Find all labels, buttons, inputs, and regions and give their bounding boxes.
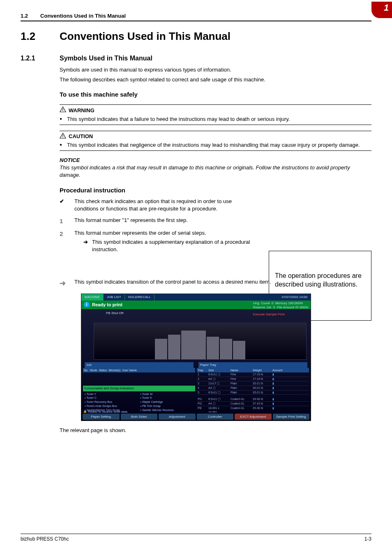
bullet-icon: ● xyxy=(60,141,62,149)
consumable-item: • Staple Cartridge xyxy=(141,400,194,404)
intro-paragraph-2: The following describes each symbol rela… xyxy=(60,76,371,83)
reserve-label: Reserve Job xyxy=(253,305,272,309)
paper-col-weight: Weight xyxy=(253,368,271,372)
consumable-item: • Toner M xyxy=(141,392,194,396)
subsection-number: 1.2.1 xyxy=(21,54,60,63)
paper-col-size: Size xyxy=(208,368,229,372)
caution-text: This symbol indicates that negligence of… xyxy=(67,141,371,149)
orig-count-label: Orig. Count xyxy=(253,301,270,305)
chapter-tab: 1 xyxy=(371,2,392,18)
step-2-sub-text: This symbol indicates a supplementary ex… xyxy=(92,238,251,253)
pi-tray-row: PI2A4 ▢Coated-GL37-43 lb▮ xyxy=(197,402,309,406)
machine-illustration xyxy=(94,323,307,360)
bullet-icon: ● xyxy=(60,116,62,123)
footer-page-number: 1-3 xyxy=(364,536,371,543)
heading-procedural: Procedural instruction xyxy=(60,186,371,194)
paper-table-head: Tray Size Name Weight Amount xyxy=(197,368,309,373)
paper-tray-row: 4A4 ▢Plain20-21 lb▮ xyxy=(197,386,309,391)
memory-value: 100.000% xyxy=(288,301,303,305)
file-label: File Amount xyxy=(277,305,294,309)
paper-tray-row: 2A4 ▢Fine17-19 lb▮ xyxy=(197,377,309,382)
consumable-item: • Toner C xyxy=(85,396,138,400)
consumable-item: • PB Trim Scrap xyxy=(141,404,194,408)
paper-bar: Paper Tray xyxy=(198,362,307,368)
arrow-right-icon: ➔ xyxy=(83,238,88,253)
relevant-page-text: The relevant page is shown. xyxy=(60,427,371,434)
tab-holdrecall: HOLD/RECALL xyxy=(125,294,155,301)
orig-count-value: 0 xyxy=(272,301,273,305)
file-value: 97.000% xyxy=(295,305,308,309)
datetime-label: 07/07/2010 14:00 xyxy=(279,294,311,301)
section-title: Conventions Used in This Manual xyxy=(60,29,231,44)
subsection-heading: 1.2.1 Symbols Used in This Manual xyxy=(21,54,371,63)
memory-label: Memory xyxy=(275,301,287,305)
footer-buttons: Paper Setting Both Sides Adjustment Cont… xyxy=(81,413,311,421)
checkmark-icon: ✔ xyxy=(60,198,67,213)
step-number-2: 2 xyxy=(60,229,67,254)
job-col-user: User Name xyxy=(122,368,136,372)
consumable-item: • Saddle Stitcher Receiver xyxy=(141,408,194,412)
transition-text: This symbol indicates transition of the … xyxy=(74,278,271,286)
svg-text:!: ! xyxy=(62,134,64,138)
illustration-note-text: The operation procedures are described u… xyxy=(275,272,362,288)
btn-sample-print: Sample Print Setting xyxy=(273,414,310,420)
job-col-mode: Mode xyxy=(90,368,97,372)
status-panel: Orig. Count 0 Memory 100.000% Reserve Jo… xyxy=(253,301,308,317)
warning-block: ! WARNING ● This symbol indicates that a… xyxy=(60,104,371,125)
job-bar: Job xyxy=(85,362,194,368)
caution-block: ! CAUTION ● This symbol indicates that n… xyxy=(60,131,371,151)
svg-text:!: ! xyxy=(62,108,64,112)
warning-text: This symbol indicates that a failure to … xyxy=(67,116,371,123)
job-table-head: No. Mode Status Minute(s) User Name xyxy=(83,368,195,373)
job-col-no: No. xyxy=(84,368,88,372)
step-1-text: This format number "1" represents the fi… xyxy=(74,217,251,225)
consumable-item: • Toner Y xyxy=(85,392,138,396)
procedural-list: ✔ This check mark indicates an option th… xyxy=(60,198,371,254)
pi-tray-row: PI18.5x11 ▢Coated-GL29-36 lb▮ xyxy=(197,397,309,402)
step-2-text: This format number represents the order … xyxy=(74,230,206,236)
paper-tray-row: 58.5x11 ▢Plain20-21 lb▮ xyxy=(197,391,309,395)
consumable-item: • Toner Recovery Box xyxy=(85,400,138,404)
ready-text: Ready to print xyxy=(92,302,122,308)
page-header: 1.2 Conventions Used in This Manual 1 xyxy=(21,12,371,21)
arrow-transition-icon: ➜ xyxy=(60,278,67,289)
check-description: This check mark indicates an option that… xyxy=(74,198,251,213)
notice-title: NOTICE xyxy=(60,157,371,164)
section-number: 1.2 xyxy=(21,29,60,44)
tab-machine: MACHINE xyxy=(81,294,104,301)
warning-title: WARNING xyxy=(69,107,95,114)
reserve-value: 0 xyxy=(273,305,275,309)
btn-adjustment: Adjustment xyxy=(159,414,196,420)
btn-paper-setting: Paper Setting xyxy=(83,414,120,420)
btn-both-sides: Both Sides xyxy=(121,414,158,420)
job-col-status: Status xyxy=(99,368,107,372)
paper-col-tray: Tray xyxy=(198,368,207,372)
sample-print-button: Execute Sample Print xyxy=(253,312,308,317)
caution-title: CAUTION xyxy=(69,133,93,140)
intro-paragraph-1: Symbols are used in this manual to expre… xyxy=(60,66,371,74)
section-heading: 1.2 Conventions Used in This Manual xyxy=(21,29,371,44)
header-section-title: Conventions Used in This Manual xyxy=(40,12,371,20)
header-section-number: 1.2 xyxy=(21,12,28,20)
tab-joblist: JOB LIST xyxy=(104,294,125,301)
paper-tray-row: 311x17 ▢Plain20-21 lb▮ xyxy=(197,382,309,386)
subsection-title: Symbols Used in This Manual xyxy=(60,54,152,63)
notice-body: This symbol indicates a risk that may re… xyxy=(60,164,371,179)
consumable-item: • Punch-Hole Scraps Box xyxy=(85,404,138,408)
footer-product: bizhub PRESS C70hc xyxy=(21,536,69,543)
paper-col-amount: Amount xyxy=(272,368,282,372)
paper-tray-row: 18.5x11 ▢Fine17-19 lb▮ xyxy=(197,372,309,377)
paper-col-name: Name xyxy=(231,368,251,372)
consumable-item: • Toner K xyxy=(141,396,194,400)
warning-icon: ! xyxy=(60,106,66,114)
consumables-header: Consumable and Scrap Indicators xyxy=(83,386,195,391)
step-number-1: 1 xyxy=(60,217,67,225)
caution-icon: ! xyxy=(60,133,66,141)
btn-controller: Controller xyxy=(197,414,234,420)
control-panel-screenshot: MACHINE JOB LIST HOLD/RECALL 07/07/2010 … xyxy=(81,294,311,421)
info-icon: i xyxy=(84,302,90,308)
heading-use-safely: To use this machine safely xyxy=(60,90,371,99)
btn-exct-adjustment: EXCT Adjustment xyxy=(235,414,272,420)
job-col-minutes: Minute(s) xyxy=(108,368,120,372)
page-footer: bizhub PRESS C70hc 1-3 xyxy=(21,534,371,543)
